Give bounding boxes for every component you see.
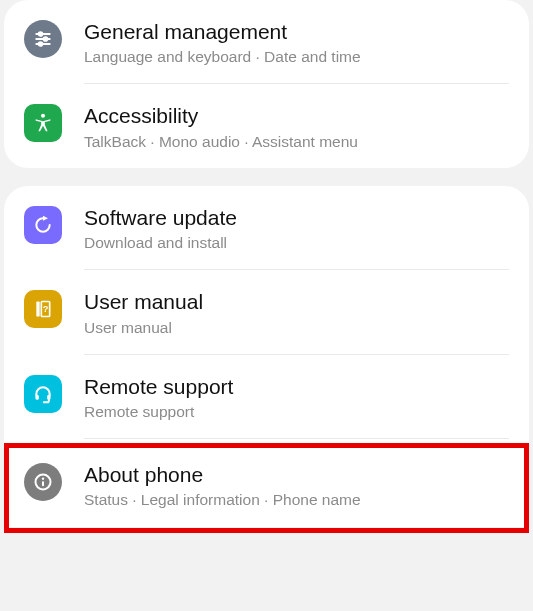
svg-rect-14 bbox=[42, 481, 44, 486]
row-subtitle: Download and install bbox=[84, 233, 509, 253]
text-column: Software update Download and install bbox=[84, 204, 509, 253]
accessibility-icon bbox=[24, 104, 62, 142]
text-column: User manual User manual bbox=[84, 288, 509, 337]
svg-point-5 bbox=[39, 42, 43, 46]
accessibility-row[interactable]: Accessibility TalkBack · Mono audio · As… bbox=[4, 84, 529, 167]
row-subtitle: Language and keyboard · Date and time bbox=[84, 47, 509, 67]
about-phone-container: About phone Status · Legal information ·… bbox=[4, 443, 529, 526]
row-title: About phone bbox=[84, 461, 509, 488]
settings-group-2: Software update Download and install ? U… bbox=[4, 186, 529, 443]
svg-text:?: ? bbox=[43, 305, 49, 315]
row-title: User manual bbox=[84, 288, 509, 315]
row-subtitle: TalkBack · Mono audio · Assistant menu bbox=[84, 132, 509, 152]
row-title: General management bbox=[84, 18, 509, 45]
headset-icon bbox=[24, 375, 62, 413]
divider bbox=[84, 438, 509, 439]
svg-point-6 bbox=[41, 114, 45, 118]
row-title: Remote support bbox=[84, 373, 509, 400]
settings-group-1: General management Language and keyboard… bbox=[4, 0, 529, 168]
svg-point-13 bbox=[42, 478, 44, 480]
book-help-icon: ? bbox=[24, 290, 62, 328]
svg-rect-7 bbox=[36, 302, 39, 317]
text-column: About phone Status · Legal information ·… bbox=[84, 461, 509, 510]
row-subtitle: Remote support bbox=[84, 402, 509, 422]
svg-rect-10 bbox=[36, 395, 39, 400]
row-subtitle: User manual bbox=[84, 318, 509, 338]
user-manual-row[interactable]: ? User manual User manual bbox=[4, 270, 529, 353]
row-title: Accessibility bbox=[84, 102, 509, 129]
sliders-icon bbox=[24, 20, 62, 58]
info-icon bbox=[24, 463, 62, 501]
software-update-row[interactable]: Software update Download and install bbox=[4, 186, 529, 269]
svg-point-1 bbox=[39, 32, 43, 36]
text-column: Accessibility TalkBack · Mono audio · As… bbox=[84, 102, 509, 151]
general-management-row[interactable]: General management Language and keyboard… bbox=[4, 0, 529, 83]
svg-point-3 bbox=[44, 37, 48, 41]
about-phone-highlight: About phone Status · Legal information ·… bbox=[4, 443, 529, 532]
refresh-icon bbox=[24, 206, 62, 244]
remote-support-row[interactable]: Remote support Remote support bbox=[4, 355, 529, 438]
text-column: Remote support Remote support bbox=[84, 373, 509, 422]
about-phone-row[interactable]: About phone Status · Legal information ·… bbox=[4, 443, 529, 526]
row-title: Software update bbox=[84, 204, 509, 231]
row-subtitle: Status · Legal information · Phone name bbox=[84, 490, 509, 510]
text-column: General management Language and keyboard… bbox=[84, 18, 509, 67]
